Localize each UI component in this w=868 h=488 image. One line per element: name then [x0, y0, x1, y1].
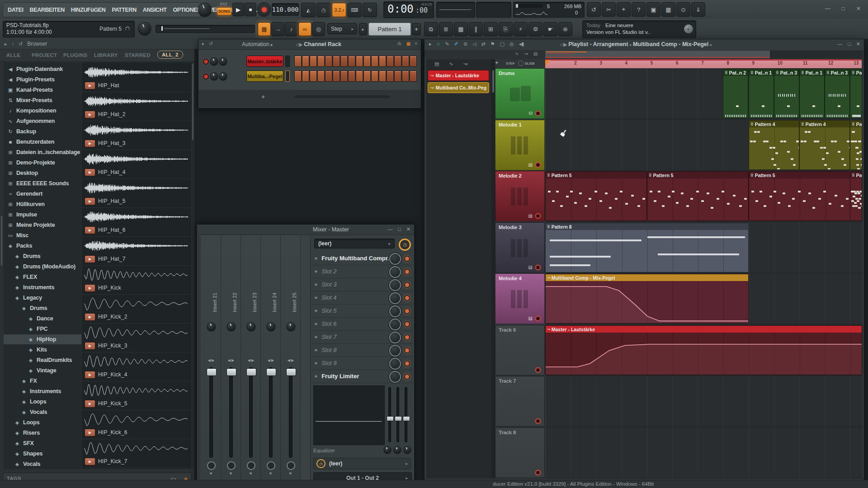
playlist-toggle-icon[interactable]: ⧉	[424, 22, 438, 36]
detach-icon[interactable]: ▸	[202, 41, 204, 46]
sample-play-button[interactable]: ▶	[85, 169, 95, 176]
strip-route-arrows[interactable]: ◀ ▶	[264, 358, 277, 363]
history-icon[interactable]: ↺	[209, 41, 212, 46]
pattern-chip-1[interactable]: ↝Master - Lautstärke	[428, 70, 489, 81]
step-button[interactable]	[340, 70, 348, 82]
sample-item-hip_kick_3[interactable]: ▶HIP_Kick_3	[82, 324, 191, 352]
channel-volume-knob[interactable]	[219, 72, 227, 80]
channel-pan-knob[interactable]	[210, 72, 218, 80]
audio-source-icon[interactable]: ∿	[449, 61, 453, 67]
strip-fader-handle[interactable]	[286, 368, 296, 376]
tree-item-dateien-in-ischenablage[interactable]: ⊞Dateien in..ischenablage	[4, 147, 81, 157]
add-channel-button[interactable]: +	[258, 93, 268, 101]
pattern-selector[interactable]: Pattern 1	[368, 23, 411, 36]
tree-item-instruments[interactable]: ◈Instruments	[4, 386, 81, 396]
menu-hinzufügen[interactable]: HINZUFüGEN	[71, 7, 106, 13]
clip-header[interactable]: ≣Pat..n 2	[723, 69, 748, 76]
sample-play-button[interactable]: ▶	[85, 400, 95, 408]
refresh-icon[interactable]: ↺	[19, 41, 23, 47]
step-button[interactable]	[325, 70, 332, 82]
mixer-slot-10[interactable]: ▶Fruity Limiter	[311, 370, 414, 383]
clip-pattern-5[interactable]: ≣Pattern 5	[749, 171, 850, 221]
strip-pan-knob[interactable]	[267, 322, 275, 331]
tree-item-vocals[interactable]: ◈Vocals	[4, 407, 81, 417]
track-record-dot[interactable]	[535, 367, 541, 373]
mixer-slot-5[interactable]: ▶Slot 5	[311, 304, 414, 318]
strip-record-arm[interactable]	[207, 461, 216, 470]
mixer-toggle-icon[interactable]: ∥	[469, 22, 483, 36]
mute-icon[interactable]: ◁	[472, 41, 476, 47]
step-mode-dropdown[interactable]: Step ▸	[327, 23, 357, 34]
sample-play-button[interactable]: ▶	[85, 284, 95, 292]
tree-item-kanal-presets[interactable]: ▣Kanal-Presets	[4, 85, 81, 95]
tree-item-plugin-datenbank[interactable]: ◀Plugin-Datenbank	[4, 64, 81, 74]
step-button[interactable]	[402, 56, 409, 67]
play-button[interactable]: ▶	[232, 3, 244, 16]
tree-item-fpc[interactable]: ◈FPC	[4, 324, 81, 334]
step-button[interactable]	[379, 56, 386, 67]
tools-icon[interactable]: ⚙	[528, 22, 542, 36]
step-button[interactable]	[348, 70, 355, 82]
strip-route-arrows[interactable]: ◀ ▶	[284, 358, 297, 363]
clip-header[interactable]: ↝Master - Lautstärke	[546, 326, 862, 333]
track-record-dot[interactable]	[535, 418, 541, 424]
pattern-panel-scrollbar-handle[interactable]	[492, 70, 494, 93]
strip-record-arm[interactable]	[227, 461, 236, 470]
sample-play-button[interactable]: ▶	[85, 82, 95, 89]
mixer-preset-top[interactable]: (leer) ▸	[314, 239, 395, 249]
tree-item-benutzerdaten[interactable]: ☻Benutzerdaten	[4, 137, 81, 147]
pattern-menu-button[interactable]: ▸	[359, 23, 367, 35]
slot-mix-knob[interactable]	[389, 279, 401, 291]
tree-item-drums[interactable]: ◈Drums	[4, 303, 81, 313]
eq-graph[interactable]	[313, 385, 385, 445]
step-button[interactable]	[387, 70, 394, 82]
slot-arrow-icon[interactable]: ▶	[315, 361, 318, 365]
track-record-dot[interactable]	[535, 162, 541, 168]
slot-mix-knob[interactable]	[389, 319, 401, 330]
tab-all_2[interactable]: ALL_2	[157, 51, 183, 59]
tree-item-eeee-eeee-sounds[interactable]: ⊞EEEE EEEE Sounds	[4, 178, 81, 188]
clip-header[interactable]: ≣Pat..n 3	[774, 69, 799, 76]
slot-mix-knob[interactable]	[389, 332, 401, 343]
sample-item-hip_hat_7[interactable]: ▶HIP_Hat_7	[82, 237, 191, 266]
slot-arrow-icon[interactable]: ▶	[315, 348, 318, 352]
tab-library[interactable]: LIBRARY	[94, 52, 118, 58]
eq-knob-1[interactable]	[384, 446, 391, 453]
track-record-dot[interactable]	[535, 265, 541, 270]
slot-arrow-icon[interactable]: ▶	[315, 335, 318, 339]
stop-button[interactable]: ■	[245, 3, 256, 16]
step-button[interactable]	[363, 56, 371, 67]
tree-item-realdrumkits[interactable]: ◈RealDrumkits	[4, 355, 81, 365]
feedback-icon[interactable]: ⊙	[676, 2, 690, 17]
slot-mix-knob[interactable]	[389, 345, 401, 357]
sample-play-button[interactable]: ▶	[85, 429, 95, 436]
step-button[interactable]	[348, 56, 355, 67]
sample-play-button[interactable]: ▶	[85, 313, 95, 321]
help-icon[interactable]: ?	[632, 2, 646, 17]
slot-mix-knob[interactable]	[389, 371, 401, 383]
channel-button[interactable]: Master..tstärke	[246, 56, 283, 67]
channel-enable-led[interactable]	[203, 74, 209, 80]
eq-slider-track[interactable]	[396, 387, 399, 442]
browser-toggle-icon[interactable]: ⊞	[484, 22, 498, 36]
clip-pattern-4[interactable]: ≣Pattern 4	[799, 120, 850, 170]
slot-enable-led[interactable]	[404, 295, 410, 301]
track-header-drums[interactable]: Drums⛁	[495, 68, 545, 119]
automation-curve[interactable]	[546, 333, 862, 375]
eq-slider-track[interactable]	[405, 387, 407, 442]
channel-rack-toggle-icon[interactable]: ▦	[454, 22, 468, 36]
preview-icon[interactable]: ◂▮	[519, 41, 524, 47]
slot-arrow-icon[interactable]: ▶	[315, 256, 318, 260]
track-record-dot[interactable]	[535, 213, 541, 219]
strip-fader-handle[interactable]	[207, 368, 217, 376]
step-button[interactable]	[333, 70, 340, 82]
eq-slider-handle[interactable]	[403, 416, 410, 421]
tree-item-dance[interactable]: ◈Dance	[4, 314, 81, 324]
tree-item-plugin-presets[interactable]: ◀Plugin-Presets	[4, 75, 81, 84]
slot-mix-knob[interactable]	[389, 358, 401, 370]
channel-filter-dropdown[interactable]: Automation ▸	[242, 41, 273, 47]
clip-header[interactable]: ≣Pattern 5	[749, 172, 850, 178]
zoom-icon[interactable]: ◎	[509, 41, 514, 47]
sample-play-button[interactable]: ▶	[85, 255, 95, 263]
sample-item-hip_hat_3[interactable]: ▶HIP_Hat_3	[82, 121, 191, 150]
